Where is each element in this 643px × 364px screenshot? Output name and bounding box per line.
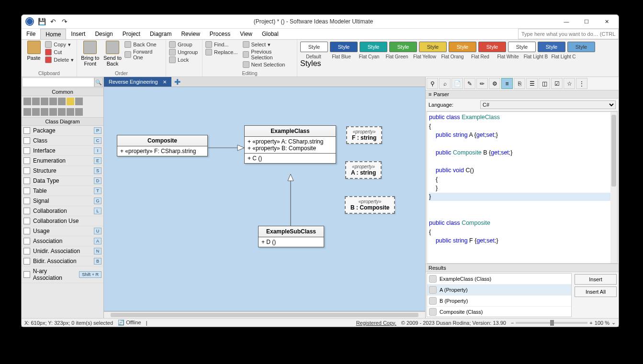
select-button[interactable]: Select ▾ xyxy=(243,41,294,48)
close-button[interactable]: ✕ xyxy=(597,16,617,27)
next-selection-button[interactable]: Next Selection xyxy=(243,61,294,68)
toolbox-package[interactable]: PackageP xyxy=(22,126,103,136)
prev-selection-button[interactable]: Previous Selection xyxy=(243,48,294,61)
style-6[interactable]: Style xyxy=(478,42,506,52)
undo-icon[interactable]: ↶ xyxy=(49,17,57,26)
style-1[interactable]: Style xyxy=(330,42,358,52)
bring-to-front-button[interactable]: Bring to Front xyxy=(80,41,101,66)
folder-tool-icon[interactable] xyxy=(41,108,48,116)
toolbox-collaboration[interactable]: CollaborationL xyxy=(22,206,103,216)
maximize-button[interactable]: ☐ xyxy=(576,16,597,27)
note-tool-icon[interactable] xyxy=(67,98,74,105)
style-0[interactable]: Style xyxy=(300,42,328,52)
panel-icon-4[interactable]: ✎ xyxy=(464,78,475,89)
toolbox-search[interactable] xyxy=(22,77,94,87)
rect-tool-icon[interactable] xyxy=(49,98,57,105)
find-button[interactable]: Find... xyxy=(205,41,238,48)
property-f[interactable]: «property»F : string xyxy=(346,126,382,144)
menu-file[interactable]: File xyxy=(22,29,40,39)
move-tool-icon[interactable] xyxy=(32,98,40,105)
toolbox-signal[interactable]: SignalG xyxy=(22,196,103,206)
style-7[interactable]: Style xyxy=(508,42,536,52)
class-examplesub[interactable]: ExampleSubClass + D () xyxy=(258,226,324,247)
style-2[interactable]: Style xyxy=(360,42,387,52)
text-tool-icon[interactable] xyxy=(58,98,66,105)
result-item[interactable]: A (Property) xyxy=(427,285,571,296)
style-9[interactable]: Style xyxy=(567,42,595,52)
diagram-canvas[interactable]: Composite + «property» F: CSharp.string … xyxy=(104,87,425,311)
panel-icon-parser[interactable]: ≡ xyxy=(501,78,513,89)
panel-icon-8[interactable]: ⎘ xyxy=(514,78,525,89)
zoom-slider[interactable] xyxy=(516,322,587,324)
search-icon[interactable]: 🔍 xyxy=(94,77,103,87)
menu-process[interactable]: Process xyxy=(205,29,235,39)
ungroup-button[interactable]: Ungroup xyxy=(169,48,199,56)
style-3[interactable]: Style xyxy=(389,42,417,52)
cut-button[interactable]: Cut xyxy=(45,48,74,56)
toolbox-unidir-association[interactable]: Unidir. AssociationN xyxy=(22,246,103,256)
panel-icon-6[interactable]: ⚙ xyxy=(489,78,500,89)
line-tool-icon[interactable] xyxy=(75,98,83,105)
result-item[interactable]: ExampleClass (Class) xyxy=(427,274,571,285)
toolbox-data-type[interactable]: Data TypeD xyxy=(22,176,103,186)
send-to-back-button[interactable]: Send to Back xyxy=(102,41,123,66)
zoom-out-button[interactable]: − xyxy=(511,320,514,326)
code-editor[interactable]: public class ExampleClass { public strin… xyxy=(427,111,618,264)
menu-view[interactable]: View xyxy=(235,29,257,39)
panel-icon-12[interactable]: ☆ xyxy=(564,78,575,89)
arrow-tool-icon[interactable] xyxy=(75,108,83,116)
canvas-hscroll[interactable] xyxy=(104,311,425,318)
result-item[interactable]: Composite (Class) xyxy=(427,307,571,317)
property-b[interactable]: «property»B : Composite xyxy=(345,196,395,214)
delete-button[interactable]: Delete ▾ xyxy=(45,56,74,64)
panel-icon-10[interactable]: ◫ xyxy=(539,78,550,89)
style-4[interactable]: Style xyxy=(419,42,447,52)
toolbox-collaboration-use[interactable]: Collaboration Use xyxy=(22,216,103,226)
toolbox-class[interactable]: ClassC xyxy=(22,136,103,146)
toolbox-usage[interactable]: UsageU xyxy=(22,226,103,236)
minimize-button[interactable]: — xyxy=(556,16,576,27)
panel-icon-3[interactable]: 📄 xyxy=(451,78,463,89)
lock-button[interactable]: Lock xyxy=(169,56,199,64)
tab-close-icon[interactable]: ✕ xyxy=(163,79,167,85)
property-a[interactable]: «property»A : string xyxy=(345,161,382,179)
insert-all-button[interactable]: Insert All xyxy=(575,287,617,297)
result-item[interactable]: B (Property) xyxy=(427,296,571,307)
forward-one-button[interactable]: Forward One xyxy=(124,48,163,61)
class-composite[interactable]: Composite + «property» F: CSharp.string xyxy=(117,135,208,156)
menu-project[interactable]: Project xyxy=(118,29,145,39)
panel-icon-13[interactable]: ⋮ xyxy=(576,78,587,89)
menu-diagram[interactable]: Diagram xyxy=(145,29,176,39)
toolbox-bidir-association[interactable]: Bidir. AssociationB xyxy=(22,256,103,266)
dot-tool-icon[interactable] xyxy=(32,108,40,116)
zoom-tool-icon[interactable] xyxy=(41,98,48,105)
zoom-dropdown[interactable]: ⌄ xyxy=(611,320,616,326)
menu-home[interactable]: Home xyxy=(40,29,66,39)
toolbox-association[interactable]: AssociationA xyxy=(22,236,103,246)
back-one-button[interactable]: Back One xyxy=(124,41,163,48)
panel-icon-2[interactable]: ⌕ xyxy=(439,78,451,89)
menu-design[interactable]: Design xyxy=(90,29,117,39)
toolbox-enumeration[interactable]: EnumerationE xyxy=(22,156,103,166)
container-tool-icon[interactable] xyxy=(23,108,31,116)
copy-button[interactable]: Copy ▾ xyxy=(45,41,74,48)
panel-icon-5[interactable]: ✏ xyxy=(476,78,488,89)
insert-button[interactable]: Insert xyxy=(575,274,617,285)
link-tool-icon[interactable] xyxy=(67,108,74,116)
style-8[interactable]: Style xyxy=(538,42,565,52)
toolbox-table[interactable]: TableT xyxy=(22,186,103,196)
panel-icon-11[interactable]: ☑ xyxy=(551,78,563,89)
redo-icon[interactable]: ↷ xyxy=(60,17,69,26)
menu-review[interactable]: Review xyxy=(176,29,204,39)
code-vscroll[interactable] xyxy=(610,112,617,263)
box-tool-icon[interactable] xyxy=(49,108,57,116)
toolbox-n-ary-association[interactable]: N-ary AssociationShift + R xyxy=(22,266,103,283)
registered-link[interactable]: Registered Copy. xyxy=(356,320,396,326)
toolbox-interface[interactable]: InterfaceI xyxy=(22,146,103,156)
pointer-tool-icon[interactable] xyxy=(23,98,31,105)
tell-me-search[interactable] xyxy=(518,29,619,39)
panel-icon-1[interactable]: ⚲ xyxy=(427,78,438,89)
class-example[interactable]: ExampleClass + «property» A: CSharp.stri… xyxy=(244,125,336,164)
zoom-in-button[interactable]: + xyxy=(589,320,592,326)
tab-reverse-engineering[interactable]: Reverse Engineering✕ xyxy=(104,77,171,87)
